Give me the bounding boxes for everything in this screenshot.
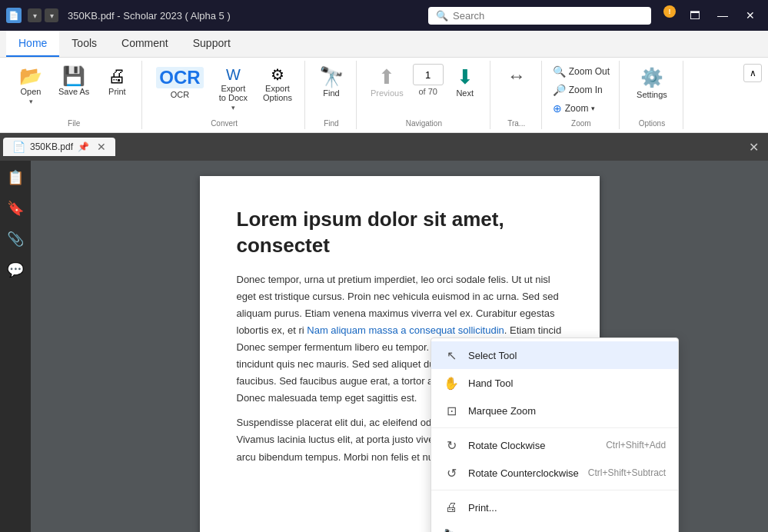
document-tab[interactable]: 📄 350KB.pdf 📌 ✕	[3, 138, 115, 156]
find-label: Find	[323, 88, 339, 98]
ribbon-content: 📂 Open ▾ 💾 Save As 🖨 Print File OCR	[0, 58, 768, 132]
zoom-out-icon: 🔍	[553, 65, 566, 78]
ctx-find-icon: 🔭	[444, 527, 459, 532]
next-button[interactable]: ⬇ Next	[447, 64, 484, 101]
ctx-rotate-cw[interactable]: ↻ Rotate Clockwise Ctrl+Shift+Add	[431, 431, 678, 459]
sidebar: 📋 🔖 📎 💬	[0, 161, 31, 532]
ribbon-group-find: 🔭 Find Find	[307, 61, 357, 129]
ctx-rotate-cw-shortcut: Ctrl+Shift+Add	[606, 440, 666, 451]
page-total: of 70	[418, 87, 437, 96]
tab-close-button[interactable]: ✕	[97, 141, 106, 153]
ctx-select-tool[interactable]: ↖ Select Tool	[431, 341, 678, 369]
zoom-icon: ⊕	[553, 102, 562, 115]
export-options-icon: ⚙	[271, 67, 284, 82]
search-bar[interactable]: 🔍	[428, 7, 651, 25]
ctx-hand-tool[interactable]: ✋ Hand Tool	[431, 369, 678, 397]
close-button[interactable]: ✕	[739, 5, 762, 25]
find-button[interactable]: 🔭 Find	[313, 64, 350, 101]
tab-home[interactable]: Home	[6, 31, 59, 57]
transform-button[interactable]: ↔	[498, 64, 535, 88]
titlebar-back-btn[interactable]: ▾	[28, 8, 42, 22]
zoom-in-button[interactable]: 🔎 Zoom In	[550, 82, 606, 98]
export-docx-label: Exportto Docx	[219, 84, 248, 102]
next-icon: ⬇	[457, 67, 474, 87]
ctx-find[interactable]: 🔭 Find	[431, 521, 678, 532]
tab-pin-icon[interactable]: 📌	[78, 141, 89, 152]
titlebar-dropdown-btn[interactable]: ▾	[45, 8, 58, 22]
ctx-rotate-cw-label: Rotate Clockwise	[468, 440, 597, 451]
open-button[interactable]: 📂 Open ▾	[12, 64, 49, 108]
tab-filename: 350KB.pdf	[30, 141, 73, 152]
ribbon-group-zoom: 🔍 Zoom Out 🔎 Zoom In ⊕ Zoom ▾ Zoom	[544, 61, 620, 129]
minimize-button[interactable]: —	[711, 5, 734, 25]
zoom-button[interactable]: ⊕ Zoom ▾	[550, 101, 599, 116]
ctx-print-label: Print...	[468, 502, 666, 514]
tab-comment[interactable]: Comment	[109, 31, 181, 57]
maximize-button[interactable]: 🗖	[683, 5, 706, 25]
transform-icon: ↔	[507, 67, 526, 85]
options-group-label: Options	[639, 119, 665, 129]
zoom-out-button[interactable]: 🔍 Zoom Out	[550, 64, 613, 79]
ribbon-group-options: ⚙️ Settings Options	[621, 61, 683, 129]
ctx-print[interactable]: 🖨 Print...	[431, 494, 678, 521]
ctx-marquee-zoom-label: Marquee Zoom	[468, 405, 666, 417]
convert-group-label: Convert	[211, 119, 238, 129]
ribbon-group-transform: ↔ Tra...	[492, 61, 542, 129]
export-docx-button[interactable]: W Exportto Docx ▾	[213, 64, 254, 115]
ctx-hand-tool-label: Hand Tool	[468, 377, 666, 389]
search-icon: 🔍	[436, 10, 448, 22]
ctx-divider-1	[431, 427, 678, 428]
print-button[interactable]: 🖨 Print	[98, 64, 135, 99]
tab-support[interactable]: Support	[181, 31, 243, 57]
save-as-label: Save As	[58, 87, 89, 96]
sidebar-pages-icon[interactable]: 📋	[5, 167, 26, 188]
pdf-heading: Lorem ipsum dolor sit amet, consectet	[237, 207, 563, 259]
search-input[interactable]	[453, 10, 643, 22]
find-group-label: Find	[324, 119, 338, 129]
ocr-icon: OCR	[156, 67, 203, 88]
ribbon-group-convert: OCR OCR W Exportto Docx ▾ ⚙ ExportOption…	[144, 61, 305, 129]
ctx-marquee-zoom-icon: ⊡	[444, 403, 459, 418]
ribbon-collapse-button[interactable]: ∧	[743, 64, 762, 82]
sidebar-comments-icon[interactable]: 💬	[5, 259, 26, 281]
export-options-button[interactable]: ⚙ ExportOptions	[257, 64, 298, 105]
ctx-hand-tool-icon: ✋	[444, 375, 459, 391]
sidebar-bookmarks-icon[interactable]: 🔖	[5, 198, 26, 219]
open-label: Open	[21, 87, 42, 96]
titlebar-controls-left: ▾ ▾	[28, 8, 58, 22]
zoom-label: Zoom	[565, 103, 589, 114]
page-number-input[interactable]	[413, 64, 444, 85]
ctx-rotate-ccw-shortcut: Ctrl+Shift+Subtract	[588, 467, 666, 478]
sidebar-attachments-icon[interactable]: 📎	[5, 228, 26, 250]
ctx-marquee-zoom[interactable]: ⊡ Marquee Zoom	[431, 397, 678, 424]
document-area: 📋 🔖 📎 💬 Lorem ipsum dolor sit amet, cons…	[0, 161, 768, 532]
ocr-button[interactable]: OCR OCR	[150, 64, 209, 102]
convert-group-items: OCR OCR W Exportto Docx ▾ ⚙ ExportOption…	[150, 64, 298, 116]
save-as-icon: 💾	[62, 67, 85, 85]
tab-tools[interactable]: Tools	[59, 31, 109, 57]
app-icon: 📄	[6, 8, 22, 23]
previous-icon: ⬆	[378, 67, 395, 87]
ctx-rotate-ccw[interactable]: ↺ Rotate Counterclockwise Ctrl+Shift+Sub…	[431, 459, 678, 487]
pdf-link[interactable]: Nam aliquam massa a consequat sollicitud…	[307, 324, 504, 336]
titlebar: 📄 ▾ ▾ 350KB.pdf - Scholar 2023 ( Alpha 5…	[0, 0, 768, 31]
save-as-button[interactable]: 💾 Save As	[52, 64, 95, 99]
zoom-in-label: Zoom In	[569, 85, 603, 95]
open-icon: 📂	[19, 67, 42, 85]
file-group-label: File	[68, 119, 80, 129]
zoom-group-items: 🔍 Zoom Out 🔎 Zoom In ⊕ Zoom ▾	[550, 64, 613, 116]
ctx-select-tool-icon: ↖	[444, 347, 459, 363]
tab-bar: 📄 350KB.pdf 📌 ✕ ✕	[0, 133, 768, 161]
zoom-in-icon: 🔎	[553, 84, 566, 96]
transform-group-label: Tra...	[507, 119, 525, 129]
export-docx-icon: W	[226, 67, 241, 82]
navigation-group-label: Navigation	[406, 119, 442, 129]
tab-area-close-button[interactable]: ✕	[743, 137, 765, 158]
ctx-find-label: Find	[468, 530, 666, 533]
settings-button[interactable]: ⚙️ Settings	[627, 64, 677, 102]
previous-button[interactable]: ⬆ Previous	[364, 64, 410, 101]
export-options-label: ExportOptions	[263, 84, 292, 102]
print-label: Print	[108, 87, 126, 96]
ctx-print-icon: 🖨	[444, 500, 459, 515]
ctx-rotate-ccw-icon: ↺	[444, 465, 459, 480]
